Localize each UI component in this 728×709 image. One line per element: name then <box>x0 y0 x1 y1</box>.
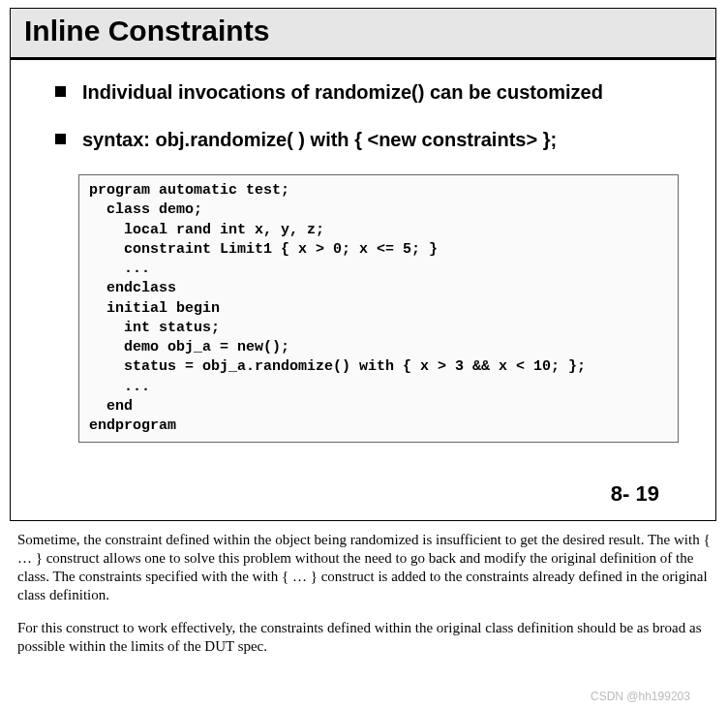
page-number: 8- 19 <box>55 443 679 512</box>
notes-paragraph: Sometime, the constraint defined within … <box>17 531 711 603</box>
notes-paragraph: For this construct to work effectively, … <box>17 619 711 656</box>
slide-body: Individual invocations of randomize() ca… <box>11 60 715 520</box>
slide-title: Inline Constraints <box>24 15 702 47</box>
slide-title-bar: Inline Constraints <box>11 9 715 60</box>
bullet-list: Individual invocations of randomize() ca… <box>55 79 679 153</box>
presentation-slide: Inline Constraints Individual invocation… <box>10 8 716 521</box>
bullet-item: Individual invocations of randomize() ca… <box>55 79 679 106</box>
bullet-item: syntax: obj.randomize( ) with { <new con… <box>55 127 679 153</box>
speaker-notes: Sometime, the constraint defined within … <box>17 531 711 656</box>
code-block: program automatic test; class demo; loca… <box>78 174 679 443</box>
